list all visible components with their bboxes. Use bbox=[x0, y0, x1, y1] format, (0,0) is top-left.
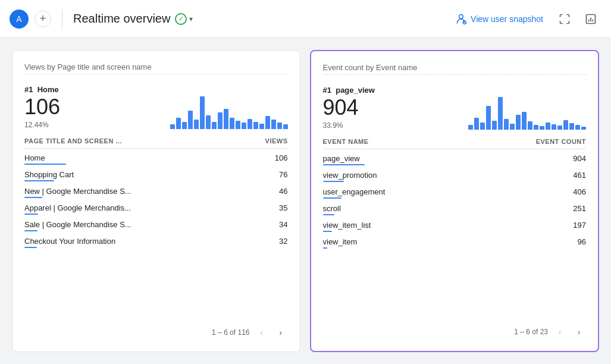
chart-bar bbox=[188, 111, 193, 129]
header-divider bbox=[62, 10, 62, 29]
table-row: Sale | Google Merchandise S...34 bbox=[24, 215, 288, 232]
right-pagination-text: 1 – 6 of 23 bbox=[514, 328, 548, 336]
left-col-right: VIEWS bbox=[265, 137, 288, 145]
table-row: page_view904 bbox=[323, 149, 587, 166]
row-bar bbox=[24, 164, 66, 165]
row-bar bbox=[323, 197, 342, 199]
row-name: Apparel | Google Merchandis... bbox=[24, 203, 131, 212]
chart-bar bbox=[230, 118, 234, 129]
right-table-header: EVENT NAME EVENT COUNT bbox=[323, 138, 587, 149]
right-card-title: Event count by Event name bbox=[323, 63, 587, 75]
view-snapshot-button[interactable]: View user snapshot bbox=[449, 10, 549, 29]
row-name: scroll bbox=[323, 204, 341, 213]
left-next-button[interactable]: › bbox=[274, 325, 288, 340]
right-value-chart-row: #1 page_view 904 33.9% bbox=[323, 80, 587, 130]
row-bar bbox=[323, 164, 365, 165]
chart-bar bbox=[176, 118, 181, 129]
row-value: 76 bbox=[279, 170, 287, 179]
row-bar bbox=[323, 231, 332, 232]
chart-bar bbox=[283, 124, 288, 129]
left-table-header: PAGE TITLE AND SCREEN ... VIEWS bbox=[24, 137, 288, 149]
right-main-value: 904 bbox=[323, 95, 375, 120]
avatar[interactable]: A bbox=[10, 10, 29, 29]
view-snapshot-label: View user snapshot bbox=[471, 14, 543, 24]
row-bar bbox=[24, 214, 38, 215]
row-value: 406 bbox=[573, 187, 586, 196]
row-name: New | Google Merchandise S... bbox=[24, 187, 131, 196]
left-value-chart-row: #1 Home 106 12.44% bbox=[24, 79, 288, 129]
row-bar bbox=[24, 197, 42, 198]
right-prev-button[interactable]: ‹ bbox=[553, 325, 567, 339]
row-name: view_item_list bbox=[323, 221, 371, 230]
row-value: 32 bbox=[279, 237, 287, 246]
dropdown-arrow-icon[interactable]: ▾ bbox=[189, 15, 193, 23]
left-value-section: #1 Home 106 12.44% bbox=[24, 79, 60, 129]
chart-bar bbox=[492, 121, 497, 130]
chart-bar bbox=[194, 120, 199, 129]
right-card-rank: #1 page_view bbox=[323, 86, 375, 95]
report-icon-button[interactable] bbox=[580, 8, 601, 30]
chart-bar bbox=[510, 124, 515, 130]
table-row: Apparel | Google Merchandis...35 bbox=[24, 199, 288, 215]
add-account-button[interactable]: + bbox=[35, 11, 51, 27]
left-chart bbox=[170, 93, 288, 129]
left-pagination-text: 1 – 6 of 116 bbox=[212, 328, 249, 337]
chart-bar bbox=[498, 97, 503, 130]
left-pagination: 1 – 6 of 116 ‹ › bbox=[24, 325, 288, 340]
row-bar bbox=[24, 230, 37, 231]
row-value: 251 bbox=[573, 204, 586, 213]
chart-bar bbox=[557, 125, 562, 130]
right-table-body: page_view904view_promotion461user_engage… bbox=[323, 149, 587, 320]
chart-bar bbox=[170, 124, 175, 129]
row-value: 197 bbox=[573, 221, 586, 230]
main-content: Views by Page title and screen name #1 H… bbox=[0, 38, 611, 364]
header: A + Realtime overview ✓ ▾ View user snap… bbox=[0, 0, 611, 38]
row-name: view_item bbox=[323, 237, 358, 246]
right-pagination: 1 – 6 of 23 ‹ › bbox=[323, 325, 587, 339]
right-card: Event count by Event name #1 page_view 9… bbox=[310, 50, 600, 352]
fullscreen-button[interactable] bbox=[554, 8, 575, 30]
row-value: 904 bbox=[573, 154, 586, 163]
fullscreen-icon bbox=[559, 13, 571, 25]
right-next-button[interactable]: › bbox=[572, 325, 586, 339]
row-name: user_engagement bbox=[323, 187, 386, 196]
status-badge: ✓ ▾ bbox=[175, 13, 193, 25]
chart-bar bbox=[259, 124, 264, 129]
right-col-left: EVENT NAME bbox=[323, 138, 369, 145]
row-value: 106 bbox=[275, 153, 288, 162]
left-prev-button[interactable]: ‹ bbox=[255, 325, 269, 340]
row-bar bbox=[24, 247, 37, 248]
row-bar bbox=[323, 247, 328, 249]
chart-bar bbox=[224, 109, 228, 130]
chart-bar bbox=[277, 123, 282, 129]
chart-bar bbox=[581, 127, 586, 130]
chart-bar bbox=[247, 119, 252, 129]
row-value: 46 bbox=[279, 187, 287, 196]
chart-bar bbox=[200, 96, 205, 129]
table-row: New | Google Merchandise S...46 bbox=[24, 182, 288, 199]
row-bar bbox=[24, 180, 54, 181]
row-value: 96 bbox=[578, 237, 586, 246]
chart-bar bbox=[182, 122, 187, 130]
chart-bar bbox=[552, 124, 556, 130]
left-card: Views by Page title and screen name #1 H… bbox=[12, 50, 300, 352]
left-col-left: PAGE TITLE AND SCREEN ... bbox=[24, 137, 122, 145]
table-row: view_item_list197 bbox=[323, 216, 587, 233]
left-card-rank: #1 Home bbox=[24, 85, 60, 94]
row-name: Sale | Google Merchandise S... bbox=[24, 220, 131, 229]
left-sub-value: 12.44% bbox=[24, 121, 60, 129]
svg-point-0 bbox=[459, 14, 463, 18]
chart-bar bbox=[569, 123, 574, 130]
table-row: Checkout Your Information32 bbox=[24, 232, 288, 249]
table-row: view_promotion461 bbox=[323, 166, 587, 183]
row-name: Home bbox=[24, 153, 45, 162]
chart-bar bbox=[546, 123, 550, 130]
chart-bar bbox=[265, 116, 270, 129]
chart-bar bbox=[253, 122, 258, 130]
chart-bar bbox=[486, 106, 491, 130]
page-title-area: Realtime overview ✓ ▾ bbox=[73, 12, 443, 26]
left-main-value: 106 bbox=[24, 94, 60, 120]
table-row: Home106 bbox=[24, 149, 288, 165]
row-value: 35 bbox=[279, 203, 287, 212]
row-value: 461 bbox=[573, 171, 586, 180]
